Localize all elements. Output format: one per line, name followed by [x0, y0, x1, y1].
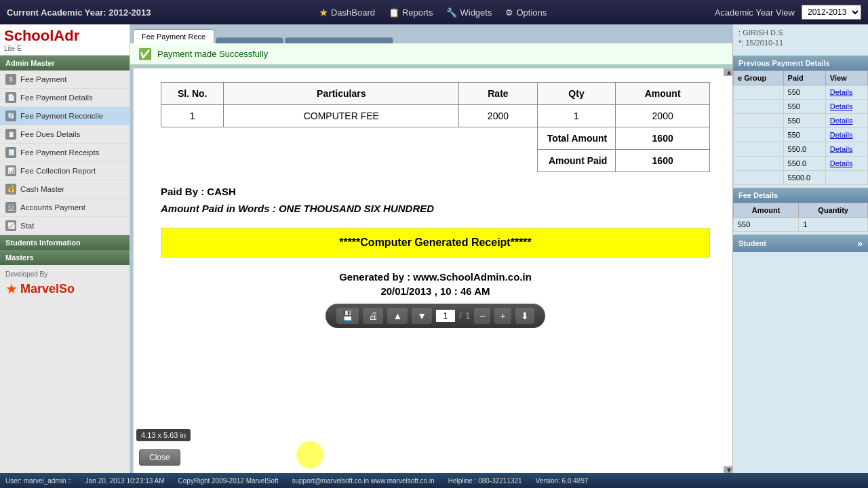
- tab-fee-payment-reconcile[interactable]: Fee Payment Rece: [133, 29, 214, 43]
- print-button[interactable]: 🖨: [363, 308, 383, 324]
- cell-particulars: COMPUTER FEE: [224, 105, 459, 127]
- header-rate: Rate: [459, 83, 538, 105]
- reports-nav[interactable]: 📋 Reports: [389, 7, 433, 18]
- cell-group: [734, 128, 784, 142]
- fee-payment-icon: $: [5, 74, 16, 85]
- statusbar: User: marvel_admin :: Jan 20, 2013 10:23…: [0, 473, 868, 488]
- sidebar-item-stat[interactable]: 📈 Stat: [0, 217, 130, 235]
- receipt-table: Sl. No. Particulars Rate Qty Amount 1 CO…: [161, 82, 710, 172]
- sidebar-item-accounts-payment-label: Accounts Payment: [20, 203, 85, 211]
- collapse-button[interactable]: »: [857, 238, 863, 249]
- cell-group: [734, 114, 784, 128]
- options-icon: ⚙: [505, 7, 513, 18]
- cell-view[interactable]: Details: [825, 85, 867, 100]
- sidebar-item-cash-master[interactable]: 💰 Cash Master: [0, 180, 130, 199]
- widgets-nav[interactable]: 🔧 Widgets: [446, 7, 492, 18]
- topbar: Current Academic Year: 2012-2013 ★ DashB…: [0, 0, 868, 24]
- fee-dues-icon: 📋: [5, 129, 16, 140]
- page-up-button[interactable]: ▲: [387, 308, 408, 324]
- right-panel: : GIRISH D.S *: 15/2010-11 Previous Paym…: [732, 24, 868, 488]
- sidebar-item-fee-payment-receipts[interactable]: 🧾 Fee Payment Receipts: [0, 144, 130, 162]
- amount-paid-value: 1600: [616, 150, 710, 172]
- prev-payment-section: Previous Payment Details e Group Paid Vi…: [733, 56, 868, 185]
- status-user: User: marvel_admin ::: [5, 477, 72, 485]
- logo-text: SchoolAdr: [4, 27, 79, 45]
- sidebar-item-accounts-payment[interactable]: 🏦 Accounts Payment: [0, 199, 130, 217]
- year-select[interactable]: 2012-2013: [802, 5, 861, 20]
- cell-view[interactable]: Details: [825, 100, 867, 114]
- total-amount-value: 1600: [616, 127, 710, 150]
- students-info-header[interactable]: Students Information: [0, 235, 130, 250]
- fee-detail-row: 550 1: [734, 218, 868, 232]
- cell-sl: 1: [161, 105, 224, 127]
- cell-view: [825, 171, 867, 185]
- pdf-download-button[interactable]: ⬇: [515, 308, 534, 324]
- col-header-paid: Paid: [783, 71, 825, 85]
- status-version: Version: 6.0.4897: [536, 477, 589, 485]
- current-year-label: Current Academic Year: 2012-2013: [7, 7, 151, 18]
- close-button[interactable]: Close: [139, 449, 180, 466]
- prev-payment-row: 550 Details: [734, 114, 868, 128]
- cell-paid: 550.0: [783, 142, 825, 157]
- cell-group: [734, 100, 784, 114]
- cell-view[interactable]: Details: [825, 114, 867, 128]
- marvel-text: MarvelSo: [20, 282, 75, 296]
- current-page-input[interactable]: [436, 310, 455, 322]
- sidebar-item-fee-dues-details[interactable]: 📋 Fee Dues Details: [0, 125, 130, 144]
- zoom-in-button[interactable]: +: [494, 308, 511, 324]
- options-label: Options: [516, 7, 547, 18]
- sidebar-item-fee-payment-reconcile[interactable]: 🔄 Fee Payment Reconcile: [0, 107, 130, 125]
- marvel-star-icon: ★: [5, 281, 18, 297]
- fee-receipts-icon: 🧾: [5, 147, 16, 158]
- stat-icon: 📈: [5, 220, 16, 231]
- nav-items: ★ DashBoard 📋 Reports 🔧 Widgets ⚙ Option…: [319, 6, 547, 19]
- prev-payment-header: Previous Payment Details: [733, 56, 868, 70]
- total-amount-label: Total Amount: [537, 127, 616, 150]
- cell-rate: 2000: [459, 105, 538, 127]
- cell-view[interactable]: Details: [825, 142, 867, 157]
- page-down-button[interactable]: ▼: [412, 308, 432, 324]
- zoom-out-button[interactable]: −: [474, 308, 490, 324]
- star-icon: ★: [319, 6, 328, 19]
- fee-collection-icon: 📊: [5, 165, 16, 176]
- sidebar-item-cash-master-label: Cash Master: [20, 185, 64, 193]
- cell-fee-qty: 1: [799, 218, 868, 232]
- receipt-content: Sl. No. Particulars Rate Qty Amount 1 CO…: [134, 68, 737, 348]
- prev-payment-table: e Group Paid View 550 Details 550 Detail…: [733, 70, 868, 185]
- logo-area: SchoolAdr Lite E: [0, 24, 130, 56]
- status-datetime: Jan 20, 2013 10:23:13 AM: [85, 477, 165, 485]
- fee-quantity-header: Quantity: [799, 203, 868, 218]
- cell-paid: 550: [783, 100, 825, 114]
- tab-2[interactable]: [216, 37, 283, 43]
- dashboard-nav[interactable]: ★ DashBoard: [319, 6, 375, 19]
- tab-3[interactable]: [285, 37, 393, 43]
- generated-by: Generated by : www.SchoolAdmin.co.in: [161, 271, 710, 283]
- cell-group: [734, 171, 784, 185]
- sidebar-item-fee-payment-details[interactable]: 📄 Fee Payment Details: [0, 89, 130, 107]
- masters-header[interactable]: Masters: [0, 250, 130, 265]
- dev-by: Developed By ★ MarvelSo: [0, 265, 130, 302]
- receipt-container[interactable]: ▲ ▼ Sl. No. Particulars Rate Qty Amount …: [133, 68, 738, 474]
- marvel-logo: ★ MarvelSo: [5, 281, 124, 297]
- size-tooltip: 4.13 x 5.63 in: [136, 429, 191, 441]
- cell-view[interactable]: Details: [825, 128, 867, 142]
- options-nav[interactable]: ⚙ Options: [505, 7, 547, 18]
- admin-master-header[interactable]: Admin Master: [0, 56, 130, 70]
- cell-fee-amount: 550: [734, 218, 799, 232]
- reports-icon: 📋: [389, 7, 399, 18]
- cell-group: [734, 85, 784, 100]
- amount-paid-label: Amount Paid: [537, 150, 616, 172]
- fee-amount-header: Amount: [734, 203, 799, 218]
- cell-view[interactable]: Details: [825, 157, 867, 171]
- success-bar: ✅ Payment made Successfully: [130, 43, 741, 65]
- cell-qty: 1: [537, 105, 616, 127]
- save-button[interactable]: 💾: [336, 308, 359, 324]
- cash-master-icon: 💰: [5, 184, 16, 195]
- sidebar-item-fee-payment[interactable]: $ Fee Payment: [0, 70, 130, 89]
- cell-paid: 5500.0: [783, 171, 825, 185]
- widgets-label: Widgets: [460, 7, 492, 18]
- sidebar-item-fee-collection-report[interactable]: 📊 Fee Collection Report: [0, 162, 130, 180]
- student-name: : GIRISH D.S: [738, 28, 863, 37]
- fee-details-header: Fee Details: [733, 188, 868, 203]
- topbar-right: Academic Year View 2012-2013: [715, 5, 861, 20]
